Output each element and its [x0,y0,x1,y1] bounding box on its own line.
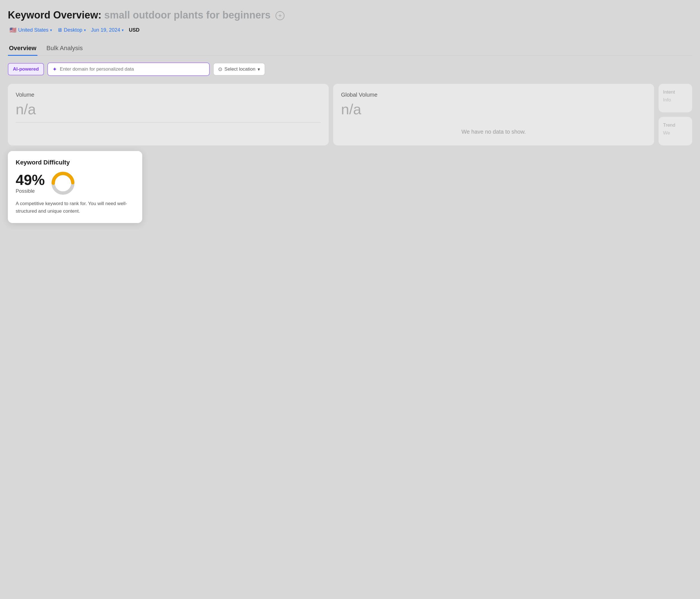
volume-card: Volume n/a [8,84,329,145]
device-filter[interactable]: 🖥 Desktop ▾ [55,26,88,34]
country-flag: 🇺🇸 [9,27,17,33]
volume-card-value: n/a [16,101,321,117]
currency-label: USD [127,26,141,34]
tab-bulk-analysis[interactable]: Bulk Analysis [45,42,84,55]
country-filter[interactable]: 🇺🇸 United States ▾ [8,25,54,34]
no-data-text: We have no data to show. [341,117,646,135]
device-icon: 🖥 [57,27,62,33]
kd-score-text: 49% Possible [16,173,45,194]
intent-card: Intent Info [658,84,692,112]
title-prefix: Keyword Overview: [8,9,101,21]
keyword-text: small outdoor plants for beginners [104,9,271,21]
location-chevron-icon: ▾ [257,66,260,72]
select-location-button[interactable]: ⊙ Select location ▾ [213,63,266,76]
country-chevron-icon: ▾ [50,28,52,32]
country-label: United States [18,27,48,33]
trend-card: Trend We [658,117,692,145]
ai-domain-input-wrapper[interactable]: ✦ [47,63,210,76]
kd-donut-chart [50,171,76,196]
add-keyword-icon[interactable]: + [276,11,284,20]
filters-row: 🇺🇸 United States ▾ 🖥 Desktop ▾ Jun 19, 2… [8,25,692,34]
device-label: Desktop [64,27,82,33]
kd-label: Possible [16,188,45,194]
page-title: Keyword Overview: small outdoor plants f… [8,9,692,21]
side-cards-col: Intent Info Trend We [658,84,692,145]
sparkle-icon: ✦ [52,66,57,73]
kd-percent: 49% [16,173,45,187]
trend-card-title: Trend [663,122,688,128]
trend-card-value: We [663,130,688,136]
volume-card-divider [16,122,321,123]
intent-card-value: Info [663,97,688,103]
pin-icon: ⊙ [218,66,222,72]
keyword-difficulty-popup: Keyword Difficulty 49% Possible A compet… [8,151,142,223]
tab-overview[interactable]: Overview [8,42,38,55]
device-chevron-icon: ▾ [84,28,86,32]
ai-powered-badge: AI-powered [8,63,44,75]
global-volume-card-value: n/a [341,101,646,117]
ai-domain-input[interactable] [60,66,205,72]
date-filter[interactable]: Jun 19, 2024 ▾ [89,26,125,34]
kd-score-row: 49% Possible [16,171,134,196]
date-label: Jun 19, 2024 [91,27,120,33]
tabs-row: Overview Bulk Analysis [8,42,692,56]
intent-card-title: Intent [663,89,688,95]
ai-bar: AI-powered ✦ ⊙ Select location ▾ [8,63,692,76]
page-header: Keyword Overview: small outdoor plants f… [8,9,692,34]
location-label: Select location [225,66,256,72]
cards-area: Volume n/a Global Volume n/a We have no … [8,84,692,145]
global-volume-card-title: Global Volume [341,92,646,98]
kd-title: Keyword Difficulty [16,159,134,166]
date-chevron-icon: ▾ [122,28,124,32]
kd-description: A competitive keyword to rank for. You w… [16,200,134,215]
global-volume-card: Global Volume n/a We have no data to sho… [333,84,654,145]
cards-grid: Volume n/a Global Volume n/a We have no … [8,84,692,145]
volume-card-title: Volume [16,92,321,98]
